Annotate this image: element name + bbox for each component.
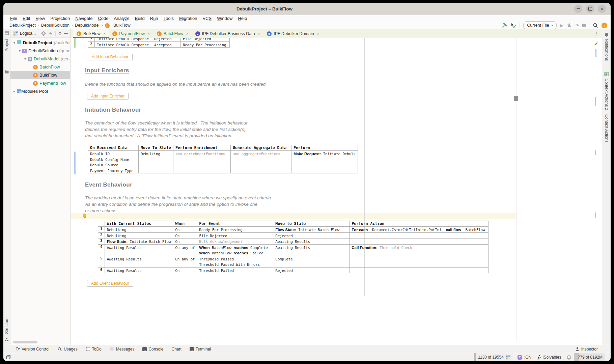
folder-icon[interactable] [5,70,9,74]
todo-list-icon [86,347,90,351]
breadcrumb-item[interactable]: BulkFlow [113,23,131,28]
add-input-behaviour-button[interactable]: Add Input Behaviour [88,54,133,60]
layered-squares-icon[interactable] [6,355,11,360]
hide-panel-icon[interactable]: — [64,31,68,35]
solvables-widget[interactable]: ISolvables [534,353,564,361]
tool-window-icon[interactable] [5,31,9,35]
current-line-highlight [71,213,517,219]
locate-icon[interactable] [41,31,46,36]
editor-content: 1Initiate Debulk ResponseRejectedFile Re… [71,38,602,345]
debug-button[interactable] [567,23,572,28]
menu-window[interactable]: Window [214,16,235,21]
tab-close-icon[interactable]: × [317,31,319,36]
flow-icon: F [105,23,111,28]
tree-item-paymentflow[interactable]: FPaymentFlow [10,79,70,87]
tab-ipf-debulker-business-data[interactable]: LIPF Debulker Business Data× [192,29,264,38]
input-behaviour-table: 1Initiate Debulk ResponseRejectedFile Re… [88,38,230,48]
memory-widget[interactable]: 779 of 8192M [574,353,605,361]
gear-icon[interactable]: ⚙ [58,31,62,36]
toolwindow-messages[interactable]: Messages [110,347,135,352]
tab-ipf-debulker-domain[interactable]: EIPF Debulker Domain× [263,29,323,38]
tree-item-debulkmodel[interactable]: ▾MDebulkModel(gene [10,55,70,63]
collapse-all-icon[interactable] [48,31,53,36]
run-with-coverage-icon[interactable] [510,23,516,28]
toolwindow-todo[interactable]: ToDo [86,347,102,352]
tab-close-icon[interactable]: × [186,31,189,36]
horizontal-scrollbar[interactable] [13,341,37,343]
menu-run[interactable]: Run [147,16,161,21]
tool-strip-notifications[interactable]: Notifications [604,39,609,61]
tab-bulkflow[interactable]: FBulkFlow× [73,29,109,38]
breadcrumb-item[interactable]: DebulkProject [9,23,36,28]
profiler-button[interactable]: ↷ [575,23,579,28]
menu-navigate[interactable]: Navigate [73,16,95,21]
breadcrumb-item[interactable]: DebulkModel [75,23,100,28]
toolbar-divider [589,23,589,28]
build-hammer-icon[interactable] [501,23,507,28]
toggle-widget[interactable]: T :ON [515,353,534,361]
toolwindow-console[interactable]: ›_ Console [142,347,163,352]
tool-strip-context-actions-2[interactable]: Context Actions 2 [604,79,609,110]
tree-item-modules-pool[interactable]: ▸Modules Pool [10,87,70,95]
search-everywhere-icon[interactable] [593,23,598,28]
stripe-mark-blue [595,49,596,57]
splitter-handle[interactable] [514,96,518,101]
add-event-behaviour-button[interactable]: Add Event Behaviour [87,280,133,287]
tool-strip-project[interactable]: Project [4,39,9,51]
position-widget[interactable]: 1130 of 19554 DLS [474,353,513,361]
tree-item-debulkproject[interactable]: ▾DebulkProject(/build/de [10,38,70,47]
tree-item-debulksolution[interactable]: ▾SDebulkSolution(gene [10,47,70,55]
tree-item-bulkflow[interactable]: FBulkFlow [10,71,70,79]
pause-indicator[interactable] [564,353,574,361]
toolwindow-inspector[interactable]: Inspector [575,347,598,352]
menu-view[interactable]: View [33,16,48,21]
maximize-button[interactable] [586,5,594,13]
flow-icon: F [77,31,81,36]
menu-help[interactable]: Help [235,16,250,21]
bell-icon[interactable] [604,32,609,37]
menu-build[interactable]: Build [132,16,147,21]
event-behaviour-heading: Event Behaviour [85,181,132,188]
left-tool-strip: Project Structure [3,29,10,345]
tab-paymentflow[interactable]: FPaymentFlow× [109,29,153,38]
intention-bulb-icon[interactable] [83,214,87,219]
terminal-icon: ›_ [190,347,194,351]
close-button[interactable]: × [598,5,606,13]
menu-migration[interactable]: Migration [176,16,200,21]
chevron-open-icon: ▾ [17,49,22,53]
tree-item-batchflow[interactable]: FBatchFlow [10,63,70,71]
tab-close-icon[interactable]: × [147,31,150,36]
breadcrumb-item[interactable]: DebulkSolution [41,23,69,28]
inspection-ok-check-icon: ✔ [594,41,598,47]
input-enrichers-description: Define the functions that should be appl… [85,81,266,87]
console-icon: ›_ [142,347,147,351]
menu-edit[interactable]: Edit [20,16,33,21]
toolwindow-chart[interactable]: Chart [171,347,181,352]
tab-close-icon[interactable]: × [258,31,260,36]
menu-code[interactable]: Code [95,16,111,21]
project-view-mode[interactable]: Logica... [20,31,36,36]
structure-icon[interactable] [5,337,9,341]
run-button[interactable]: ▶ [560,23,563,28]
menu-file[interactable]: File [7,16,20,21]
update-available-icon[interactable]: ↑ [602,23,607,28]
stop-button[interactable] [582,24,586,27]
tab-close-icon[interactable]: × [103,31,106,36]
add-input-enricher-button[interactable]: Add Input Enricher [87,93,129,100]
menu-vcs[interactable]: VCS [200,16,214,21]
toolwindow-terminal[interactable]: ›_ Terminal [190,347,211,352]
tool-strip-context-actions[interactable]: Context Actions [604,114,609,142]
menu-tools[interactable]: Tools [161,16,176,21]
menu-analyze[interactable]: Analyze [111,16,132,21]
toolwindow-usages[interactable]: Usages [57,347,78,352]
toolwindow-version-control[interactable]: Version Control [16,346,49,352]
magnifier-icon [57,347,62,352]
minimize-button[interactable] [574,5,582,13]
run-configuration-select[interactable]: Current File ▾ [523,21,557,29]
tool-strip-structure[interactable]: Structure [4,317,9,334]
menu-projection[interactable]: Projection [48,16,73,21]
list-icon[interactable] [604,72,609,77]
tab-batchflow[interactable]: FBatchFlow× [154,29,192,38]
solvables-label: ISolvables [542,355,561,360]
more-tabs-icon[interactable]: ⋮ [594,31,602,36]
